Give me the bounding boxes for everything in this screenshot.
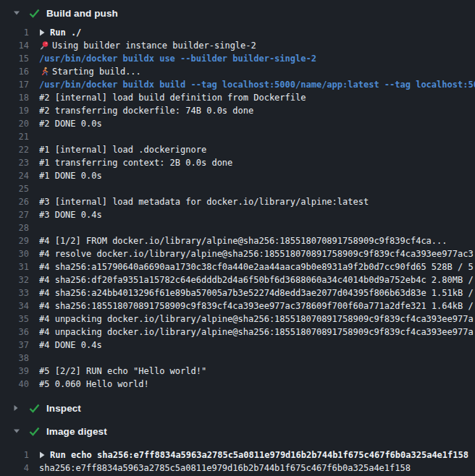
line-text: #5 [2/2] RUN echo "Hello world!" bbox=[39, 366, 475, 376]
log-line: 20#2 DONE 0.0s bbox=[0, 117, 475, 130]
log-line: 15/usr/bin/docker buildx use --builder b… bbox=[0, 52, 475, 65]
log-line: 38 bbox=[0, 352, 475, 365]
line-number[interactable]: 17 bbox=[0, 80, 29, 90]
line-number[interactable]: 28 bbox=[0, 223, 29, 233]
line-number[interactable]: 35 bbox=[0, 314, 29, 324]
line-text: #4 sha256:a24bb4013296f61e89ba57005a7b3e… bbox=[39, 288, 475, 298]
section-title: Build and push bbox=[46, 8, 118, 19]
line-text: #4 sha256:185518070891758909c9f839cf4ca3… bbox=[39, 301, 475, 311]
log-line: 26#3 [internal] load metadata for docker… bbox=[0, 195, 475, 208]
line-number[interactable]: 21 bbox=[0, 132, 29, 142]
log-line: 17/usr/bin/docker buildx build --tag loc… bbox=[0, 78, 475, 91]
line-number[interactable]: 4 bbox=[0, 463, 29, 473]
log-line: 22#1 [internal] load .dockerignore bbox=[0, 143, 475, 156]
line-text: #1 [internal] load .dockerignore bbox=[39, 145, 475, 155]
line-text: #4 sha256:a15790640a6690aa1730c38cf0a440… bbox=[39, 262, 475, 272]
line-number[interactable]: 36 bbox=[0, 327, 29, 337]
chevron-right-icon bbox=[13, 404, 29, 412]
line-number[interactable]: 16 bbox=[0, 67, 29, 77]
line-number[interactable]: 27 bbox=[0, 210, 29, 220]
line-text: #2 DONE 0.0s bbox=[39, 119, 475, 129]
line-number[interactable]: 26 bbox=[0, 197, 29, 207]
log-line: 21 bbox=[0, 130, 475, 143]
run-expander-icon[interactable] bbox=[39, 451, 45, 459]
line-text: #1 transferring context: 2B 0.0s done bbox=[39, 158, 475, 168]
log-line: 16Starting build... bbox=[0, 65, 475, 78]
line-number[interactable]: 19 bbox=[0, 106, 29, 116]
runner-icon bbox=[39, 67, 49, 77]
run-expander-icon[interactable] bbox=[39, 29, 45, 36]
line-number[interactable]: 32 bbox=[0, 275, 29, 285]
line-text: #1 DONE 0.0s bbox=[39, 171, 475, 181]
line-number[interactable]: 25 bbox=[0, 184, 29, 194]
line-number[interactable]: 39 bbox=[0, 366, 29, 376]
line-number[interactable]: 29 bbox=[0, 236, 29, 246]
log-line: 32#4 sha256:df20fa9351a15782c64e6dddb2d4… bbox=[0, 273, 475, 286]
line-text-content: Run echo sha256:e7ff8834a5963a2785c5a081… bbox=[50, 450, 468, 460]
line-text-content: #5 0.060 Hello world! bbox=[39, 379, 149, 389]
line-number[interactable]: 20 bbox=[0, 119, 29, 129]
log-line: 39#5 [2/2] RUN echo "Hello world!" bbox=[0, 365, 475, 378]
line-number[interactable]: 33 bbox=[0, 288, 29, 298]
line-number[interactable]: 31 bbox=[0, 262, 29, 272]
line-text: Run echo sha256:e7ff8834a5963a2785c5a081… bbox=[39, 450, 475, 460]
line-number[interactable]: 34 bbox=[0, 301, 29, 311]
line-number[interactable]: 18 bbox=[0, 93, 29, 103]
section-header-image-digest[interactable]: Image digest bbox=[0, 420, 475, 443]
line-text-content: Run ./ bbox=[50, 27, 81, 38]
log-line: 31#4 sha256:a15790640a6690aa1730c38cf0a4… bbox=[0, 260, 475, 273]
pushpin-icon bbox=[39, 41, 49, 51]
log-line: 1Run ./ bbox=[0, 26, 475, 39]
check-icon bbox=[29, 404, 46, 413]
log-line: 18#2 [internal] load build definition fr… bbox=[0, 91, 475, 104]
line-text: Run ./ bbox=[39, 27, 475, 38]
section-header-build-and-push[interactable]: Build and push bbox=[0, 0, 475, 26]
line-number[interactable]: 40 bbox=[0, 379, 29, 389]
line-text-content: #4 unpacking docker.io/library/alpine@sh… bbox=[39, 314, 474, 324]
section-header-inspect[interactable]: Inspect bbox=[0, 396, 475, 420]
line-text-content: #4 resolve docker.io/library/alpine@sha2… bbox=[39, 249, 474, 259]
line-text-content: #2 DONE 0.0s bbox=[39, 119, 102, 129]
check-icon bbox=[29, 427, 46, 436]
log-line: 29#4 [1/2] FROM docker.io/library/alpine… bbox=[0, 234, 475, 247]
chevron-down-icon bbox=[13, 428, 29, 434]
line-text: #4 DONE 0.4s bbox=[39, 340, 475, 350]
log-line: 1Run echo sha256:e7ff8834a5963a2785c5a08… bbox=[0, 449, 475, 462]
line-number[interactable]: 22 bbox=[0, 145, 29, 155]
line-text: #4 [1/2] FROM docker.io/library/alpine@s… bbox=[39, 236, 475, 246]
log-line: 36#4 unpacking docker.io/library/alpine@… bbox=[0, 326, 475, 339]
line-number[interactable]: 30 bbox=[0, 249, 29, 259]
log-line: 34#4 sha256:185518070891758909c9f839cf4c… bbox=[0, 299, 475, 313]
line-text: Using builder instance builder-single-2 bbox=[39, 41, 475, 51]
log-section-inspect: Inspect bbox=[0, 396, 475, 420]
log-line: 37#4 DONE 0.4s bbox=[0, 339, 475, 352]
section-body-build-and-push: 1Run ./14Using builder instance builder-… bbox=[0, 26, 475, 396]
line-text: #5 0.060 Hello world! bbox=[39, 379, 475, 389]
line-number[interactable]: 15 bbox=[0, 54, 29, 64]
line-text-content: #4 sha256:a24bb4013296f61e89ba57005a7b3e… bbox=[39, 288, 474, 298]
line-number[interactable]: 37 bbox=[0, 340, 29, 350]
line-text-content: #4 [1/2] FROM docker.io/library/alpine@s… bbox=[39, 236, 447, 246]
section-title: Inspect bbox=[46, 403, 81, 414]
chevron-down-icon bbox=[13, 10, 29, 16]
log-line: 33#4 sha256:a24bb4013296f61e89ba57005a7b… bbox=[0, 286, 475, 299]
line-text: #4 unpacking docker.io/library/alpine@sh… bbox=[39, 314, 475, 324]
line-text-content: Using builder instance builder-single-2 bbox=[52, 41, 256, 51]
line-text-content: #1 transferring context: 2B 0.0s done bbox=[39, 158, 232, 168]
line-number[interactable]: 14 bbox=[0, 41, 29, 51]
line-text: #4 resolve docker.io/library/alpine@sha2… bbox=[39, 249, 475, 259]
line-number[interactable]: 24 bbox=[0, 171, 29, 181]
line-text-content: Starting build... bbox=[52, 67, 141, 77]
line-number[interactable]: 23 bbox=[0, 158, 29, 168]
actions-log-viewer: Build and push1Run ./14Using builder ins… bbox=[0, 0, 475, 476]
line-text-content: #3 DONE 0.4s bbox=[39, 210, 102, 220]
line-text: /usr/bin/docker buildx use --builder bui… bbox=[39, 54, 475, 64]
line-text-content: #4 sha256:a15790640a6690aa1730c38cf0a440… bbox=[39, 262, 474, 272]
line-text: #3 DONE 0.4s bbox=[39, 210, 475, 220]
line-number[interactable]: 38 bbox=[0, 353, 29, 363]
line-text-content: #2 transferring dockerfile: 74B 0.0s don… bbox=[39, 106, 253, 116]
line-text: #2 [internal] load build definition from… bbox=[39, 93, 475, 103]
line-number[interactable]: 1 bbox=[0, 450, 29, 460]
log-line: 24#1 DONE 0.0s bbox=[0, 169, 475, 182]
line-number[interactable]: 1 bbox=[0, 27, 29, 38]
